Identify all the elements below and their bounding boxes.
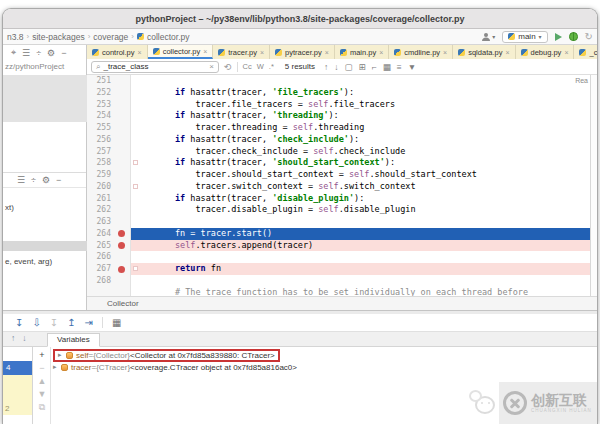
- divide-icon[interactable]: ÷: [36, 48, 41, 58]
- add-filter-icon[interactable]: ⊞: [359, 62, 366, 72]
- filter-funnel-icon[interactable]: ▼: [408, 62, 416, 72]
- step-into-icon[interactable]: ⇩: [32, 317, 40, 328]
- expand-icon[interactable]: ▸: [58, 351, 66, 359]
- breakpoint-gutter[interactable]: [114, 110, 131, 122]
- breakpoint-gutter[interactable]: [114, 193, 131, 205]
- close-icon[interactable]: ×: [564, 49, 568, 56]
- search-input[interactable]: ⌕ _trace_class ×: [91, 61, 219, 73]
- breadcrumb-item[interactable]: collector.py: [147, 32, 190, 42]
- move-down-icon[interactable]: ▼: [38, 390, 47, 399]
- words-toggle[interactable]: W: [257, 62, 264, 71]
- step-out-icon[interactable]: ↥: [67, 317, 75, 328]
- run-configuration-select[interactable]: main ▾: [502, 31, 547, 43]
- project-root-label[interactable]: zz/pythonProject: [3, 60, 86, 71]
- divider: [237, 62, 238, 72]
- tab-main-py[interactable]: main.py×: [335, 45, 389, 59]
- step-into-my-code-icon[interactable]: ↧: [50, 317, 58, 328]
- breadcrumb-item[interactable]: coverage: [93, 32, 128, 42]
- structure-item[interactable]: xt): [5, 203, 14, 212]
- next-occurrence-icon[interactable]: ↓: [334, 62, 338, 72]
- scrollbar-stripe[interactable]: [590, 75, 597, 296]
- settings-icon[interactable]: ⚙: [47, 48, 55, 58]
- duplicate-icon[interactable]: ⧉: [39, 403, 45, 412]
- code-viewport[interactable]: 251252 if hasattr(tracer, 'file_tracers'…: [87, 75, 590, 296]
- close-icon[interactable]: ×: [138, 49, 142, 56]
- run-button[interactable]: [555, 33, 562, 41]
- tab-control-py[interactable]: control.py×: [87, 45, 148, 59]
- breakpoint-gutter[interactable]: [114, 251, 131, 263]
- prev-frame-icon[interactable]: ↑: [11, 333, 15, 343]
- breakpoint-gutter[interactable]: [114, 122, 131, 134]
- tab-pytracer-py[interactable]: pytracer.py×: [270, 45, 335, 59]
- debug-button[interactable]: [569, 32, 578, 41]
- breakpoint-gutter[interactable]: [114, 75, 131, 87]
- divide-icon[interactable]: ÷: [31, 175, 36, 185]
- breakpoint-gutter[interactable]: [114, 87, 131, 99]
- breakpoint-gutter[interactable]: [114, 240, 131, 252]
- code-text: if hasattr(tracer, 'file_tracers'):: [131, 87, 590, 99]
- next-frame-icon[interactable]: ↓: [22, 333, 26, 343]
- tab-tracer-py[interactable]: tracer.py×: [213, 45, 270, 59]
- tab-_collections_abc-py[interactable]: _collections_abc.py×: [574, 45, 597, 59]
- frame-library-row[interactable]: 2: [3, 375, 32, 415]
- hide-icon[interactable]: −: [56, 175, 61, 185]
- expand-icon[interactable]: ▸: [53, 363, 61, 371]
- close-icon[interactable]: ×: [505, 49, 509, 56]
- rerun-button[interactable]: ↻: [585, 32, 593, 42]
- hide-icon[interactable]: −: [61, 48, 66, 58]
- match-case-toggle[interactable]: Cc: [243, 62, 252, 71]
- code-line: 258 if hasattr(tracer, 'should_start_con…: [87, 157, 590, 169]
- select-all-occurrences-icon[interactable]: ▢: [345, 62, 353, 72]
- breakpoint-gutter[interactable]: [114, 228, 131, 240]
- step-over-icon[interactable]: ↧: [15, 317, 23, 328]
- regex-filter-icon[interactable]: ▦: [383, 62, 391, 72]
- breakpoint-gutter[interactable]: [114, 99, 131, 111]
- run-to-cursor-icon[interactable]: ⇥: [85, 317, 93, 328]
- sort-icon[interactable]: ≡: [397, 62, 402, 72]
- evaluate-expression-icon[interactable]: ▦: [112, 317, 121, 328]
- search-history-icon[interactable]: ⟲: [224, 62, 232, 72]
- breakpoint-gutter[interactable]: [114, 181, 131, 193]
- breakpoint-gutter[interactable]: [114, 169, 131, 181]
- add-watch-icon[interactable]: +: [39, 351, 44, 360]
- close-icon[interactable]: ×: [260, 49, 264, 56]
- variable-row[interactable]: ▸self = {Collector} <Collector at 0x7fd8…: [53, 349, 597, 361]
- profile-button[interactable]: ▾: [481, 32, 495, 42]
- frame-selected-row[interactable]: 4: [3, 361, 32, 375]
- collapse-all-icon[interactable]: ☰: [22, 48, 30, 58]
- editor-breadcrumb[interactable]: Collector: [87, 296, 597, 310]
- breakpoint-icon[interactable]: [118, 242, 125, 249]
- breadcrumb-item[interactable]: site-packages: [32, 32, 84, 42]
- tab-collector-py[interactable]: collector.py×: [148, 45, 214, 59]
- breakpoint-gutter[interactable]: [114, 204, 131, 216]
- regex-toggle[interactable]: .*: [269, 62, 274, 71]
- breakpoint-gutter[interactable]: [114, 146, 131, 158]
- breakpoint-icon[interactable]: [118, 266, 125, 273]
- breadcrumb-item[interactable]: n3.8: [7, 32, 24, 42]
- close-icon[interactable]: ×: [443, 49, 447, 56]
- breakpoint-gutter[interactable]: [114, 275, 131, 287]
- close-icon[interactable]: ×: [325, 49, 329, 56]
- expand-all-icon[interactable]: ☰: [17, 175, 25, 185]
- tab-sqldata-py[interactable]: sqldata.py×: [453, 45, 515, 59]
- breakpoint-gutter[interactable]: [114, 287, 131, 297]
- settings-icon[interactable]: ⚙: [42, 175, 50, 185]
- close-icon[interactable]: ×: [203, 48, 207, 55]
- variable-row[interactable]: ▸tracer = {CTracer} <coverage.CTracer ob…: [53, 361, 597, 373]
- locate-icon[interactable]: ⌖: [11, 47, 16, 58]
- breakpoint-icon[interactable]: [118, 230, 125, 237]
- breakpoint-gutter[interactable]: [114, 263, 131, 275]
- breakpoint-gutter[interactable]: [114, 216, 131, 228]
- tab-cmdline-py[interactable]: cmdline.py×: [389, 45, 453, 59]
- breakpoint-gutter[interactable]: [114, 157, 131, 169]
- prev-occurrence-icon[interactable]: ↑: [324, 62, 328, 72]
- tab-variables[interactable]: Variables: [47, 333, 100, 347]
- breakpoint-gutter[interactable]: [114, 134, 131, 146]
- remove-watch-icon[interactable]: −: [39, 364, 44, 373]
- close-icon[interactable]: ×: [379, 49, 383, 56]
- structure-item[interactable]: e, event, arg): [5, 257, 52, 266]
- exclude-filter-icon[interactable]: ⌐: [372, 62, 377, 72]
- tab-debug-py[interactable]: debug.py×: [516, 45, 575, 59]
- move-up-icon[interactable]: ▲: [38, 377, 47, 386]
- clear-search-icon[interactable]: ×: [209, 62, 214, 71]
